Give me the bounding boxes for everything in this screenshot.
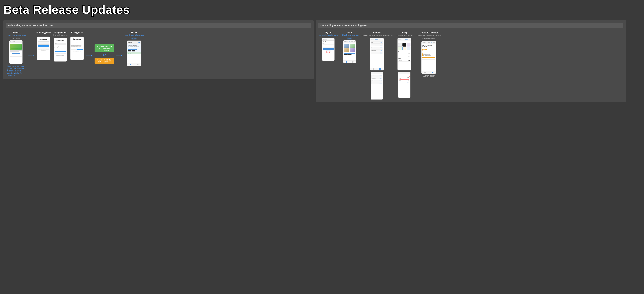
shape-round: [408, 82, 408, 83]
r-home-bottom-nav: [343, 60, 356, 63]
block-profile: Profile Edit: [371, 42, 383, 44]
r-home-phone: Linkin.bio™ Blocks Design Settings: [343, 40, 356, 63]
r-app-store: [344, 54, 348, 55]
ig-switch: [60, 53, 66, 54]
success-dot: [128, 53, 128, 54]
success-banner: Success alert - IG successfully connecte…: [94, 44, 114, 52]
ig-logout-sublabel: (previously logged in): [53, 34, 67, 36]
r-nav-home: [346, 61, 347, 62]
ig-connected-text: By allowing, Linkin will receive access …: [71, 45, 83, 48]
dp2-body: Buttons Button Color #f0f0f0: [398, 74, 410, 98]
r-play-store: [348, 54, 352, 55]
r-highlight-circle: [326, 51, 331, 53]
design-phone-header: Linkin.bio™ Blocks Design Settings: [398, 38, 411, 41]
avatar-mini: [55, 43, 56, 44]
b2-social-action: Add: [380, 78, 382, 79]
dp2-text-label: Text Color: [399, 80, 402, 81]
design-tab-blocks: Blocks: [403, 39, 405, 40]
b2-buttons: Buttons Add: [371, 80, 382, 82]
social-item2: [16, 56, 22, 56]
ig-header-1: Instagram: [37, 37, 50, 41]
social-item: [10, 56, 16, 56]
upgrade-nav-active: [432, 72, 434, 73]
dp2-tab-blocks: Blocks: [399, 72, 401, 73]
sections-container: Onboarding Home Screen - 1st time User S…: [3, 20, 626, 102]
theme-4: [398, 47, 402, 50]
upgrade-check-1: [422, 50, 423, 51]
b2-buttons-action: Add: [380, 80, 382, 81]
block-profile-label: Profile: [371, 42, 373, 43]
hero-text-line2: [11, 49, 18, 49]
phone-btn-1: [12, 53, 20, 54]
page-title: Beta Release Updates: [3, 3, 626, 16]
grid-3: [344, 48, 349, 52]
step-ig-not-logged: IG not logged in Instagram Log in with F…: [36, 31, 51, 60]
dp2-highlight: Button Color #f0f0f0: [399, 76, 410, 80]
block-buttons-label: Buttons: [371, 47, 374, 48]
arrow-2: [86, 55, 92, 56]
hero-image: [10, 44, 22, 50]
b2-profile-action: Edit: [380, 75, 382, 76]
btn-swatch: [408, 60, 410, 61]
r-home-sublabel: + Add Lib block to home page: [340, 34, 359, 36]
username-row: [57, 44, 66, 44]
blocks-phone-2: Linkin.bio™ Profile Edit Social Links Ad…: [371, 72, 383, 100]
arrow-head-2: [91, 55, 92, 56]
brand-logo-text: Linkin.bio™: [12, 41, 16, 42]
upgrade-phone-header: Linkin.bio™ Blocks Design Settings: [422, 41, 436, 44]
dp2-value: #f0f0f0: [400, 78, 409, 79]
text-line-3: [10, 52, 17, 52]
blocks-nav: [370, 68, 384, 70]
r-step-design: Design • Press the spacing issue Linkin.…: [394, 31, 414, 98]
dp2-shape-row: Shape: [399, 82, 410, 83]
ig-dont-allow: [71, 49, 77, 50]
mobile-promo: Try Linkin.bio on Mobile Build a link-in…: [127, 44, 141, 52]
upgrade-check-5: [422, 55, 423, 56]
hero-text-line1: [11, 48, 21, 48]
text-color-row: Text and Icon Color: [398, 56, 410, 57]
text-line-1: [10, 50, 22, 51]
b2-social-label: Social Links: [372, 78, 376, 79]
r-signin-title: Sign In: [323, 41, 334, 42]
arrow-3: [116, 55, 122, 56]
spacer: [54, 54, 66, 55]
upgrade-item-5: Add Fonts Studio Profile Pulse: [422, 55, 436, 56]
dp2-btn-label: Button Color: [400, 77, 403, 78]
step-ig-logged-out: IG logged out (previously logged in) Ins…: [53, 31, 68, 62]
ig-body-3: You previously connected Linkin to your …: [70, 41, 84, 60]
signin-note-after: After Sign up: [12, 38, 20, 39]
blocks-tabs: Blocks Design Settings: [376, 39, 383, 40]
ig-header-3: Instagram: [70, 37, 84, 41]
ig-not-mockup: Instagram Log in with Facebook Forgot pa…: [37, 36, 50, 60]
b2-social: Social Links Add: [371, 77, 382, 79]
design-tab-settings: Settings: [408, 39, 410, 40]
r-signin-phone: Linkin.bio™ Sign In Email Password or cr…: [322, 38, 334, 61]
reconnect-text: You previously connected Linkin to your …: [54, 46, 66, 49]
upgrade-item-text-4: Redesign Studio Premium: [424, 54, 430, 55]
phone-body-1: [9, 43, 22, 64]
theme-5-selected: [402, 47, 406, 50]
ig-logo-3: Instagram: [72, 38, 82, 40]
r-tab-design: Design: [351, 41, 353, 42]
block-linked-action: Add: [380, 52, 382, 54]
blocks-tab-design: Design: [378, 39, 380, 40]
upgrade-check-2: [422, 52, 423, 52]
theme-1: [398, 43, 402, 46]
home-action-btn: [138, 42, 140, 43]
ig-terms: Link to Privacy Policy and Terms: [71, 51, 83, 52]
failure-banner: Failure alert - IG not connected: [94, 58, 114, 64]
block-media-action: Add: [380, 50, 382, 51]
r-tab-blocks: Blocks: [348, 41, 351, 42]
block-buttons-action: Add: [380, 47, 382, 48]
shape-square: [408, 82, 409, 83]
upgrade-tab-settings: Settings: [433, 42, 436, 43]
theme-2: [402, 43, 406, 46]
upgrade-tab-design: Design: [430, 42, 432, 43]
home-label: Home: [131, 31, 137, 34]
bg-swatch: [408, 54, 410, 54]
ig-toggle-row: [71, 49, 83, 50]
upgrade-item-text-2: 100 Schedulable to Profile: [424, 52, 430, 52]
overlay-option-label: Overlay option: [422, 75, 435, 77]
upgrade-item-text-3: Linkin.bio Analytics: [424, 53, 428, 54]
upgrade-secondary-btn: [422, 59, 436, 60]
